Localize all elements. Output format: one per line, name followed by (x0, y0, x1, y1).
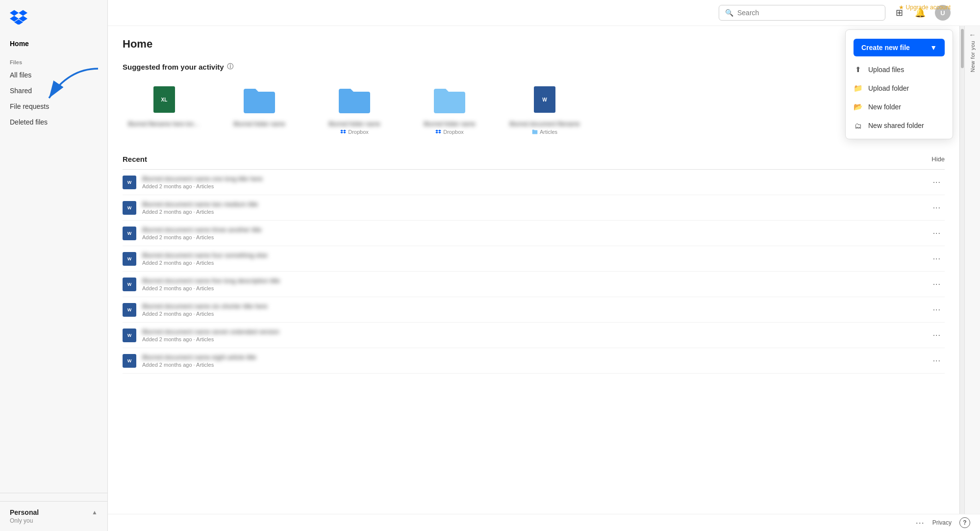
suggested-item-word[interactable]: W Blurred document filename Articles (503, 77, 586, 140)
right-panel: ← New for you (964, 26, 980, 514)
upload-files-item[interactable]: ⬆ Upload files (846, 60, 953, 79)
help-button[interactable]: ? (959, 517, 970, 528)
word-doc-icon-5: W (123, 278, 136, 291)
suggested-section-header: Suggested from your activity ⓘ Hide (123, 62, 945, 71)
word-doc-icon-4: W (123, 252, 136, 266)
new-folder-icon: 📂 (854, 102, 862, 111)
sidebar-item-shared-label: Shared (10, 87, 32, 95)
recent-file-info-2: Blurred document name two medium title A… (142, 201, 923, 215)
shared-folder-icon: 🗂 (854, 121, 862, 130)
sidebar-item-file-requests[interactable]: File requests (0, 99, 107, 114)
recent-item-more-button-1[interactable]: ··· (929, 176, 945, 189)
sidebar-personal-title: Personal (10, 508, 39, 516)
recent-file-meta-8: Added 2 months ago · Articles (142, 362, 923, 368)
suggested-title-text: Suggested from your activity (123, 63, 224, 71)
more-options-button[interactable]: ··· (916, 518, 925, 528)
word-doc-icon-3: W (123, 227, 136, 240)
suggested-folder-3-icon (430, 82, 469, 117)
recent-item-more-button-6[interactable]: ··· (929, 303, 945, 316)
table-row[interactable]: W Blurred document name one long title h… (123, 170, 945, 195)
create-new-file-button[interactable]: Create new file ▼ (854, 39, 945, 56)
recent-file-meta-7: Added 2 months ago · Articles (142, 336, 923, 342)
recent-file-info-5: Blurred document name five long descript… (142, 277, 923, 291)
sidebar-item-shared[interactable]: Shared (0, 83, 107, 99)
create-new-dropdown: Create new file ▼ ⬆ Upload files 📁 Uploa… (845, 29, 953, 139)
recent-item-more-button-5[interactable]: ··· (929, 278, 945, 291)
recent-file-name-2: Blurred document name two medium title (142, 201, 923, 208)
table-row[interactable]: W Blurred document name two medium title… (123, 195, 945, 221)
suggested-item-folder-1[interactable]: Blurred folder name (218, 77, 301, 140)
recent-item-more-button-3[interactable]: ··· (929, 227, 945, 240)
scrollbar[interactable] (959, 26, 964, 514)
suggested-item-name-4: Blurred folder name (413, 121, 486, 127)
upload-folder-label: Upload folder (868, 84, 909, 92)
recent-item-more-button-2[interactable]: ··· (929, 202, 945, 214)
table-row[interactable]: W Blurred document name four something e… (123, 246, 945, 272)
sidebar: Home Files All files Shared File request… (0, 0, 108, 531)
search-bar[interactable]: 🔍 (719, 5, 885, 21)
sidebar-item-deleted-files[interactable]: Deleted files (0, 114, 107, 130)
dropdown-header: Create new file ▼ (846, 34, 953, 60)
recent-item-more-button-4[interactable]: ··· (929, 253, 945, 265)
recent-item-more-button-8[interactable]: ··· (929, 354, 945, 367)
upload-folder-item[interactable]: 📁 Upload folder (846, 79, 953, 98)
recent-file-info-3: Blurred document name three another titl… (142, 226, 923, 240)
new-shared-folder-item[interactable]: 🗂 New shared folder (846, 116, 953, 135)
recent-file-name-7: Blurred document name seven extended ver… (142, 328, 923, 335)
folder-svg-2 (337, 85, 372, 114)
suggested-item-name-3: Blurred folder name (318, 121, 391, 127)
recent-section-title: Recent (123, 155, 147, 163)
suggested-item-folder-3[interactable]: Blurred folder name Dropbox (408, 77, 491, 140)
folder-svg-3 (432, 85, 467, 114)
info-icon[interactable]: ⓘ (227, 62, 233, 71)
suggested-item-meta-3: Dropbox (318, 129, 391, 135)
collapse-panel-button[interactable]: ← (969, 31, 976, 39)
folder-mini-icon (532, 129, 538, 134)
recent-item-more-button-7[interactable]: ··· (929, 329, 945, 342)
table-row[interactable]: W Blurred document name five long descri… (123, 272, 945, 297)
search-input[interactable] (737, 9, 879, 17)
suggested-item-excel[interactable]: XL Blurred filename here long text (123, 77, 206, 140)
recent-file-meta-4: Added 2 months ago · Articles (142, 260, 923, 266)
scrollbar-thumb[interactable] (961, 29, 964, 68)
recent-file-name-1: Blurred document name one long title her… (142, 175, 923, 182)
word-doc-icon-7: W (123, 329, 136, 342)
new-folder-label: New folder (868, 103, 901, 111)
table-row[interactable]: W Blurred document name three another ti… (123, 221, 945, 246)
recent-section-header: Recent Hide (123, 155, 945, 163)
suggested-word-icon: W (525, 82, 564, 117)
sidebar-item-all-files-label: All files (10, 71, 31, 79)
recent-file-meta-3: Added 2 months ago · Articles (142, 234, 923, 240)
sidebar-item-deleted-files-label: Deleted files (10, 118, 48, 126)
folder-svg-1 (242, 85, 277, 114)
recent-file-name-6: Blurred document name six shorter title … (142, 303, 923, 310)
sidebar-personal-subtitle: Only you (10, 517, 98, 524)
sidebar-item-all-files[interactable]: All files (0, 67, 107, 83)
suggested-folder-1-icon (240, 82, 279, 117)
privacy-link[interactable]: Privacy (932, 519, 952, 526)
recent-file-meta-1: Added 2 months ago · Articles (142, 183, 923, 189)
dropbox-mini-icon-2 (435, 129, 441, 134)
new-folder-item[interactable]: 📂 New folder (846, 98, 953, 116)
recent-file-info-4: Blurred document name four something els… (142, 252, 923, 266)
main-content: ★ Upgrade account 🔍 ⊞ 🔔 U Home Suggested… (108, 0, 980, 531)
upload-file-icon: ⬆ (854, 65, 862, 74)
table-row[interactable]: W Blurred document name eight article ti… (123, 348, 945, 374)
upgrade-account-link[interactable]: ★ Upgrade account (899, 4, 951, 11)
recent-hide-button[interactable]: Hide (931, 155, 945, 163)
topbar: 🔍 ⊞ 🔔 U (108, 0, 980, 26)
suggested-item-meta-4: Dropbox (413, 129, 486, 135)
table-row[interactable]: W Blurred document name six shorter titl… (123, 297, 945, 323)
recent-file-info-6: Blurred document name six shorter title … (142, 303, 923, 317)
recent-file-name-8: Blurred document name eight article titl… (142, 354, 923, 361)
table-row[interactable]: W Blurred document name seven extended v… (123, 323, 945, 348)
recent-file-info-1: Blurred document name one long title her… (142, 175, 923, 189)
sidebar-item-home[interactable]: Home (0, 36, 107, 51)
recent-file-meta-6: Added 2 months ago · Articles (142, 311, 923, 317)
suggested-item-folder-2[interactable]: Blurred folder name Dropbox (313, 77, 396, 140)
recent-file-name-4: Blurred document name four something els… (142, 252, 923, 259)
suggested-item-name-5: Blurred document filename (508, 121, 581, 127)
recent-file-meta-5: Added 2 months ago · Articles (142, 285, 923, 291)
recent-file-info-7: Blurred document name seven extended ver… (142, 328, 923, 342)
sidebar-personal-section[interactable]: Personal ▲ (10, 508, 98, 516)
